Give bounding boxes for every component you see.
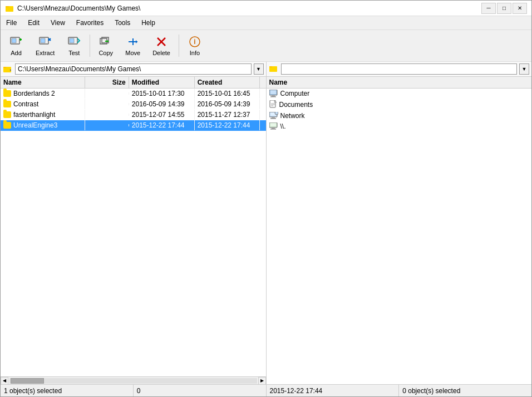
extract-label: Extract: [36, 50, 55, 56]
left-status: 1 object(s) selected: [1, 385, 134, 396]
file-name-unrealengine: UnrealEngine3: [1, 120, 85, 130]
menu-favorites[interactable]: Favorites: [71, 17, 109, 28]
table-row[interactable]: fasterthanlight 2015-12-07 14:55 2015-11…: [1, 110, 266, 120]
list-item[interactable]: Network: [267, 111, 532, 121]
menu-view[interactable]: View: [45, 17, 71, 28]
file-name-contrast: Contrast: [1, 99, 85, 109]
window-controls: ─ □ ✕: [481, 3, 527, 14]
list-item[interactable]: Documents: [267, 99, 532, 111]
info-button[interactable]: i Info: [183, 32, 207, 59]
left-panel: Name Size Modified Created Borderlands 2…: [1, 77, 267, 384]
test-icon: [67, 35, 81, 48]
file-created: 2015-11-27 12:37: [195, 110, 260, 120]
file-size: [85, 103, 129, 105]
title-bar-left: C:\Users\Mnezau\Documents\My Games\: [5, 4, 140, 13]
left-col-size: Size: [85, 77, 129, 88]
menu-file[interactable]: File: [1, 17, 22, 28]
left-panel-header: Name Size Modified Created: [1, 77, 266, 89]
file-name-fasterthanlight: fasterthanlight: [1, 110, 85, 120]
menu-bar: File Edit View Favorites Tools Help: [1, 16, 531, 30]
right-file-network: Network: [267, 111, 532, 121]
close-button[interactable]: ✕: [513, 3, 527, 14]
right-panel-body: Computer Documents: [267, 89, 532, 384]
svg-rect-44: [272, 128, 275, 129]
svg-rect-1: [6, 6, 9, 7]
add-button[interactable]: Add: [4, 32, 28, 59]
list-item[interactable]: \\.: [267, 121, 532, 132]
table-row[interactable]: Borderlands 2 2015-10-01 17:30 2015-10-0…: [1, 89, 266, 99]
computer-icon: [269, 90, 278, 97]
file-attr: [260, 92, 265, 95]
title-bar: C:\Users\Mnezau\Documents\My Games\ ─ □ …: [1, 1, 531, 16]
svg-rect-27: [269, 66, 272, 67]
svg-rect-39: [272, 117, 275, 118]
network-icon: [269, 112, 278, 120]
left-panel-body: Borderlands 2 2015-10-01 17:30 2015-10-0…: [1, 89, 266, 376]
left-col-modified: Modified: [129, 77, 195, 88]
file-modified: 2015-12-22 17:44: [129, 120, 195, 130]
toolbar-separator-1: [90, 35, 90, 57]
file-attr: [260, 103, 265, 105]
menu-edit[interactable]: Edit: [22, 17, 45, 28]
address-bars: ▼ ▼: [1, 62, 531, 77]
scroll-track[interactable]: [9, 378, 257, 384]
right-file-unc: \\.: [267, 121, 532, 131]
copy-icon: [99, 35, 112, 48]
panels: Name Size Modified Created Borderlands 2…: [1, 77, 531, 384]
move-button[interactable]: Move: [120, 32, 145, 59]
table-row[interactable]: Contrast 2016-05-09 14:39 2016-05-09 14:…: [1, 99, 266, 110]
table-row[interactable]: UnrealEngine3 2015-12-22 17:44 2015-12-2…: [1, 120, 266, 131]
svg-rect-45: [270, 129, 276, 130]
copy-button[interactable]: Copy: [93, 32, 118, 59]
left-address-bar: ▼: [1, 62, 267, 76]
left-address-input[interactable]: [15, 63, 252, 75]
svg-rect-43: [270, 123, 276, 126]
file-size: [85, 92, 129, 95]
right-address-dropdown[interactable]: ▼: [519, 63, 529, 75]
svg-rect-11: [70, 38, 74, 43]
menu-tools[interactable]: Tools: [109, 17, 136, 28]
left-address-dropdown[interactable]: ▼: [254, 63, 264, 75]
toolbar: Add Extract Test: [1, 30, 531, 62]
right-status-text: 0 object(s) selected: [402, 387, 460, 395]
minimize-button[interactable]: ─: [481, 3, 496, 14]
svg-rect-30: [272, 95, 275, 96]
left-col-attr: [260, 77, 265, 88]
left-status-date: 2015-12-22 17:44: [267, 385, 400, 396]
right-status: 0 object(s) selected: [399, 385, 531, 396]
scroll-left-btn[interactable]: ◀: [1, 377, 8, 385]
right-address-input[interactable]: [281, 63, 518, 75]
documents-icon: [269, 100, 277, 109]
maximize-button[interactable]: □: [497, 3, 511, 14]
window-title: C:\Users\Mnezau\Documents\My Games\: [17, 4, 140, 12]
scroll-right-btn[interactable]: ▶: [258, 377, 266, 385]
file-attr: [260, 124, 265, 126]
svg-point-41: [275, 112, 278, 115]
file-created: 2015-12-22 17:44: [195, 120, 260, 130]
extract-button[interactable]: Extract: [31, 32, 60, 59]
test-button[interactable]: Test: [62, 32, 86, 59]
folder-icon: [3, 122, 11, 129]
svg-rect-7: [41, 38, 45, 43]
left-status-text: 1 object(s) selected: [4, 387, 62, 395]
list-item[interactable]: Computer: [267, 89, 532, 99]
folder-icon: [3, 101, 11, 107]
file-name-borderlands: Borderlands 2: [1, 89, 85, 99]
folder-icon: [3, 90, 11, 97]
svg-text:i: i: [194, 38, 195, 46]
menu-help[interactable]: Help: [136, 17, 161, 28]
file-attr: [260, 114, 265, 116]
info-label: Info: [190, 50, 200, 56]
copy-label: Copy: [98, 50, 113, 56]
scroll-thumb[interactable]: [11, 378, 44, 384]
right-panel: Name Computer: [267, 77, 532, 384]
folder-icon: [3, 111, 11, 118]
move-label: Move: [125, 50, 140, 56]
right-file-computer: Computer: [267, 89, 532, 99]
delete-label: Delete: [152, 50, 170, 56]
delete-button[interactable]: Delete: [147, 32, 175, 59]
svg-rect-29: [270, 90, 276, 94]
unc-icon: [269, 122, 278, 130]
left-col-created: Created: [195, 77, 260, 88]
left-address-nav-icon: [3, 64, 13, 74]
